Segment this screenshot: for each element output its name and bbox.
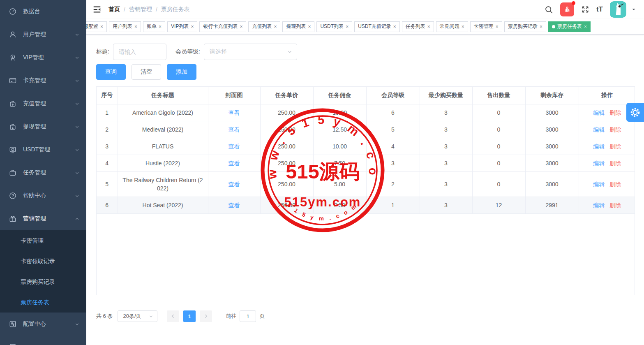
settings-panel-button[interactable] bbox=[626, 103, 644, 122]
title-filter-input[interactable] bbox=[113, 44, 166, 60]
tab-item[interactable]: 提现列表× bbox=[282, 21, 314, 32]
tab-label: 票房任务表 bbox=[557, 23, 582, 30]
close-icon[interactable]: × bbox=[427, 24, 430, 29]
avatar[interactable] bbox=[610, 1, 626, 18]
close-icon[interactable]: × bbox=[584, 24, 587, 29]
sidebar-subitem[interactable]: 卡密管理 bbox=[0, 230, 86, 251]
close-icon[interactable]: × bbox=[134, 24, 137, 29]
breadcrumb-home[interactable]: 首页 bbox=[108, 6, 120, 13]
sidebar-item[interactable]: 任务管理 bbox=[0, 161, 86, 184]
view-cover-link[interactable]: 查看 bbox=[229, 126, 240, 133]
tab-item[interactable]: 卡密管理× bbox=[470, 21, 502, 32]
clear-button[interactable]: 清空 bbox=[132, 64, 161, 80]
close-icon[interactable]: × bbox=[100, 24, 103, 29]
cell-sold: 0 bbox=[472, 171, 525, 197]
sidebar-item[interactable]: USDT管理 bbox=[0, 138, 86, 161]
delete-link[interactable]: 删除 bbox=[609, 160, 621, 167]
close-icon[interactable]: × bbox=[274, 24, 277, 29]
bug-report-button[interactable] bbox=[560, 2, 574, 16]
next-page-button[interactable] bbox=[200, 310, 212, 322]
goto-page: 前往 页 bbox=[226, 310, 265, 322]
caret-down-icon[interactable] bbox=[631, 7, 637, 12]
tab-item[interactable]: 票房购买记录× bbox=[504, 21, 546, 32]
close-icon[interactable]: × bbox=[393, 24, 396, 29]
sidebar-subitem[interactable]: 卡密领取记录 bbox=[0, 251, 86, 271]
sidebar-item[interactable]: 帮助中心 bbox=[0, 184, 86, 207]
cell-level: 3 bbox=[366, 155, 420, 171]
delete-link[interactable]: 删除 bbox=[609, 181, 621, 188]
sidebar-item[interactable]: 卡充管理 bbox=[0, 69, 86, 92]
bug-icon bbox=[563, 6, 571, 13]
tab-item[interactable]: USDT列表× bbox=[316, 21, 352, 32]
tab-active-dot-icon bbox=[552, 25, 555, 28]
sidebar-item[interactable] bbox=[0, 336, 86, 345]
close-icon[interactable]: × bbox=[540, 24, 542, 29]
chevron-down-icon bbox=[74, 101, 80, 107]
fullscreen-icon[interactable] bbox=[581, 5, 589, 14]
view-cover-link[interactable]: 查看 bbox=[229, 143, 240, 150]
prev-page-button[interactable] bbox=[167, 310, 179, 322]
cell-price: 250.00 bbox=[260, 155, 313, 171]
title-filter-label: 标题: bbox=[96, 48, 109, 56]
font-size-icon[interactable]: tT bbox=[596, 5, 603, 14]
sidebar-item[interactable]: 数据台 bbox=[0, 0, 86, 23]
tab-label: 银行卡充值列表 bbox=[203, 23, 238, 30]
cell-commission: 10.00 bbox=[313, 138, 366, 155]
edit-link[interactable]: 编辑 bbox=[593, 160, 605, 167]
close-icon[interactable]: × bbox=[496, 24, 499, 29]
view-cover-link[interactable]: 查看 bbox=[229, 181, 240, 188]
cell-operations: 编辑删除 bbox=[579, 155, 635, 171]
view-cover-link[interactable]: 查看 bbox=[229, 160, 240, 167]
edit-link[interactable]: 编辑 bbox=[593, 202, 605, 208]
goto-page-input[interactable] bbox=[240, 310, 256, 322]
close-icon[interactable]: × bbox=[462, 24, 464, 29]
page-number-button[interactable]: 1 bbox=[183, 310, 196, 322]
sidebar-subitem[interactable]: 票房任务表 bbox=[0, 292, 86, 313]
sidebar-item[interactable]: 配置中心 bbox=[0, 313, 86, 336]
delete-link[interactable]: 删除 bbox=[609, 202, 621, 208]
level-select[interactable]: 请选择 bbox=[204, 44, 297, 60]
search-icon[interactable] bbox=[545, 5, 553, 14]
sidebar-item[interactable]: VIP管理 bbox=[0, 46, 86, 69]
sidebar-item[interactable]: 充值管理 bbox=[0, 92, 86, 115]
close-icon[interactable]: × bbox=[191, 24, 194, 29]
cell-cover: 查看 bbox=[208, 121, 260, 138]
sidebar-item[interactable]: 营销管理 bbox=[0, 207, 86, 230]
delete-link[interactable]: 删除 bbox=[609, 109, 621, 116]
task-icon bbox=[8, 168, 17, 177]
sidebar-subitem[interactable]: 票房购买记录 bbox=[0, 271, 86, 292]
delete-link[interactable]: 删除 bbox=[609, 126, 621, 133]
edit-link[interactable]: 编辑 bbox=[593, 109, 605, 116]
chevron-down-icon bbox=[74, 147, 80, 153]
sidebar-item[interactable]: 提现管理 bbox=[0, 115, 86, 138]
breadcrumb: 首页 / 营销管理 / 票房任务表 bbox=[108, 6, 190, 13]
tab-active[interactable]: 票房任务表× bbox=[548, 21, 591, 32]
edit-link[interactable]: 编辑 bbox=[593, 143, 605, 150]
edit-link[interactable]: 编辑 bbox=[593, 126, 605, 133]
close-icon[interactable]: × bbox=[240, 24, 242, 29]
help-icon bbox=[8, 191, 17, 200]
delete-link[interactable]: 删除 bbox=[609, 143, 621, 150]
table-header-row: 序号任务标题封面图任务单价任务佣金会员等级最少购买数量售出数量剩余库存操作 bbox=[97, 87, 635, 104]
tab-item[interactable]: 用户列表× bbox=[109, 21, 141, 32]
tab-item[interactable]: 充值列表× bbox=[248, 21, 280, 32]
tab-item[interactable]: 客服配置× bbox=[86, 21, 107, 32]
tab-item[interactable]: 常见问题× bbox=[436, 21, 468, 32]
tab-item[interactable]: 账单× bbox=[143, 21, 165, 32]
add-button[interactable]: 添加 bbox=[167, 64, 196, 80]
sidebar-item[interactable]: 用户管理 bbox=[0, 23, 86, 46]
tab-item[interactable]: 任务列表× bbox=[402, 21, 434, 32]
close-icon[interactable]: × bbox=[346, 24, 349, 29]
view-cover-link[interactable]: 查看 bbox=[229, 202, 240, 208]
close-icon[interactable]: × bbox=[308, 24, 311, 29]
search-button[interactable]: 查询 bbox=[96, 64, 126, 80]
close-icon[interactable]: × bbox=[159, 24, 162, 29]
edit-link[interactable]: 编辑 bbox=[593, 181, 605, 188]
task-table-container: 序号任务标题封面图任务单价任务佣金会员等级最少购买数量售出数量剩余库存操作 1A… bbox=[96, 86, 635, 295]
collapse-sidebar-icon[interactable] bbox=[92, 5, 102, 14]
view-cover-link[interactable]: 查看 bbox=[229, 109, 240, 116]
tab-item[interactable]: USDT充值记录× bbox=[354, 21, 400, 32]
tab-item[interactable]: 银行卡充值列表× bbox=[199, 21, 246, 32]
tab-item[interactable]: VIP列表× bbox=[167, 21, 197, 32]
page-size-select[interactable]: 20条/页 bbox=[118, 310, 157, 322]
